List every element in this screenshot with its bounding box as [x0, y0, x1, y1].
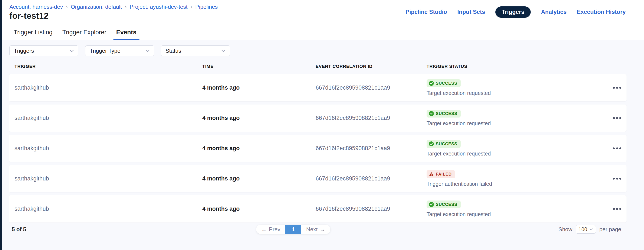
dot-icon — [613, 87, 615, 89]
tab-label: Trigger Explorer — [62, 29, 106, 36]
tab-label: Trigger Listing — [14, 29, 52, 36]
dot-icon — [619, 208, 621, 210]
status-badge-label: SUCCESS — [436, 202, 457, 207]
check-circle-icon — [429, 142, 434, 146]
tab[interactable]: Trigger Explorer — [62, 24, 106, 40]
row-menu-button[interactable] — [611, 85, 623, 91]
breadcrumb-link[interactable]: Organization: default — [71, 4, 122, 10]
row-menu-button[interactable] — [611, 176, 623, 182]
prev-page-button[interactable]: ← Prev — [256, 225, 285, 234]
tab-label: Events — [116, 29, 136, 36]
column-header-time: TIME — [202, 64, 316, 69]
breadcrumb-link[interactable]: Pipelines — [195, 4, 218, 10]
status-badge-label: SUCCESS — [436, 111, 457, 116]
dot-icon — [616, 208, 618, 210]
event-time: 4 months ago — [202, 115, 316, 121]
status-badge-label: FAILED — [436, 172, 452, 177]
column-header-trigger-status: TRIGGER STATUS — [426, 64, 607, 69]
chevron-down-icon — [589, 227, 593, 231]
event-correlation-id: 667d16f2ec895908821c1aa9 — [316, 206, 426, 212]
page-header: Account: harness-dev › Organization: def… — [2, 0, 644, 24]
filter-dropdown[interactable]: Triggers — [9, 45, 78, 56]
top-nav-link[interactable]: Triggers — [495, 7, 531, 18]
event-correlation-id: 667d16f2ec895908821c1aa9 — [316, 175, 426, 182]
trigger-status-cell: SUCCESS Target execution requested — [426, 110, 607, 127]
arrow-right-icon: → — [320, 226, 325, 233]
page-title: for-test12 — [9, 11, 48, 21]
status-badge: SUCCESS — [426, 140, 461, 148]
trigger-name: sarthakgithub — [9, 206, 202, 212]
check-circle-icon — [429, 81, 434, 86]
dot-icon — [619, 178, 621, 180]
next-page-button[interactable]: Next → — [301, 225, 330, 234]
warning-triangle-icon — [429, 172, 434, 177]
filter-label: Triggers — [14, 48, 34, 54]
dot-icon — [619, 147, 621, 149]
breadcrumb-link[interactable]: Account: harness-dev — [9, 4, 63, 10]
status-badge: SUCCESS — [426, 200, 461, 208]
result-count: 5 of 5 — [12, 226, 26, 233]
dot-icon — [613, 208, 615, 210]
arrow-left-icon: ← — [261, 226, 267, 233]
row-menu-button[interactable] — [611, 145, 623, 152]
row-menu-button[interactable] — [611, 206, 623, 212]
events-content: Triggers Trigger Type Status TRIGGER TIM… — [2, 40, 644, 250]
breadcrumb-link[interactable]: Project: ayushi-dev-test — [130, 4, 188, 10]
event-time: 4 months ago — [202, 206, 316, 212]
events-table: TRIGGER TIME EVENT CORRELATION ID TRIGGE… — [9, 62, 626, 226]
collapsed-sidenav[interactable] — [0, 0, 2, 250]
dot-icon — [619, 87, 621, 89]
table-header-row: TRIGGER TIME EVENT CORRELATION ID TRIGGE… — [9, 62, 626, 71]
table-row: sarthakgithub 4 months ago 667d16f2ec895… — [9, 195, 626, 222]
dot-icon — [616, 178, 618, 180]
top-nav-link[interactable]: Input Sets — [457, 9, 485, 15]
chevron-down-icon — [145, 48, 150, 53]
trigger-name: sarthakgithub — [9, 175, 202, 182]
trigger-status-cell: SUCCESS Target execution requested — [426, 140, 607, 157]
column-header-event-correlation-id: EVENT CORRELATION ID — [316, 64, 426, 69]
status-detail: Target execution requested — [426, 90, 491, 96]
pagination-footer: 5 of 5 ← Prev 1 Next → Show 100 per page — [2, 225, 644, 234]
page-size-value: 100 — [578, 226, 587, 232]
top-nav-link[interactable]: Execution History — [577, 9, 626, 15]
tab-bar: Trigger Listing Trigger Explorer Events — [2, 24, 644, 40]
event-time: 4 months ago — [202, 84, 316, 91]
breadcrumb-item: Project: ayushi-dev-test › — [130, 4, 195, 10]
row-menu-cell — [607, 115, 626, 121]
dot-icon — [616, 87, 618, 89]
table-row: sarthakgithub 4 months ago 667d16f2ec895… — [9, 135, 626, 162]
breadcrumb-separator-icon: › — [66, 4, 68, 10]
trigger-status-cell: SUCCESS Target execution requested — [426, 200, 607, 217]
top-nav-link[interactable]: Pipeline Studio — [406, 9, 447, 15]
tab[interactable]: Events — [116, 24, 136, 40]
dot-icon — [613, 147, 615, 149]
dot-icon — [613, 178, 615, 180]
status-detail: Target execution requested — [426, 120, 491, 127]
page-size-select[interactable]: 100 — [576, 225, 596, 233]
breadcrumb-separator-icon: › — [190, 4, 192, 10]
page-1-button[interactable]: 1 — [285, 225, 301, 234]
table-row: sarthakgithub 4 months ago 667d16f2ec895… — [9, 165, 626, 192]
event-correlation-id: 667d16f2ec895908821c1aa9 — [316, 115, 426, 121]
prev-label: Prev — [269, 226, 280, 233]
top-nav-link[interactable]: Analytics — [541, 9, 566, 15]
row-menu-cell — [607, 145, 626, 152]
dot-icon — [616, 117, 618, 119]
per-page-label: per page — [599, 226, 621, 233]
breadcrumb-item: Pipelines › — [195, 4, 218, 10]
chevron-down-icon — [69, 48, 74, 53]
filter-label: Status — [166, 48, 181, 54]
filter-dropdown[interactable]: Status — [161, 45, 230, 56]
event-time: 4 months ago — [202, 175, 316, 182]
status-badge-label: SUCCESS — [436, 81, 457, 86]
next-label: Next — [306, 226, 318, 233]
pipeline-top-nav: Pipeline Studio Input Sets Triggers Anal… — [406, 0, 626, 24]
filter-dropdown[interactable]: Trigger Type — [85, 45, 154, 56]
trigger-name: sarthakgithub — [9, 84, 202, 91]
status-detail: Trigger authentication failed — [426, 181, 492, 187]
status-badge: SUCCESS — [426, 79, 461, 87]
row-menu-button[interactable] — [611, 115, 623, 121]
trigger-status-cell: SUCCESS Target execution requested — [426, 79, 607, 96]
tab[interactable]: Trigger Listing — [14, 24, 52, 40]
dot-icon — [619, 117, 621, 119]
